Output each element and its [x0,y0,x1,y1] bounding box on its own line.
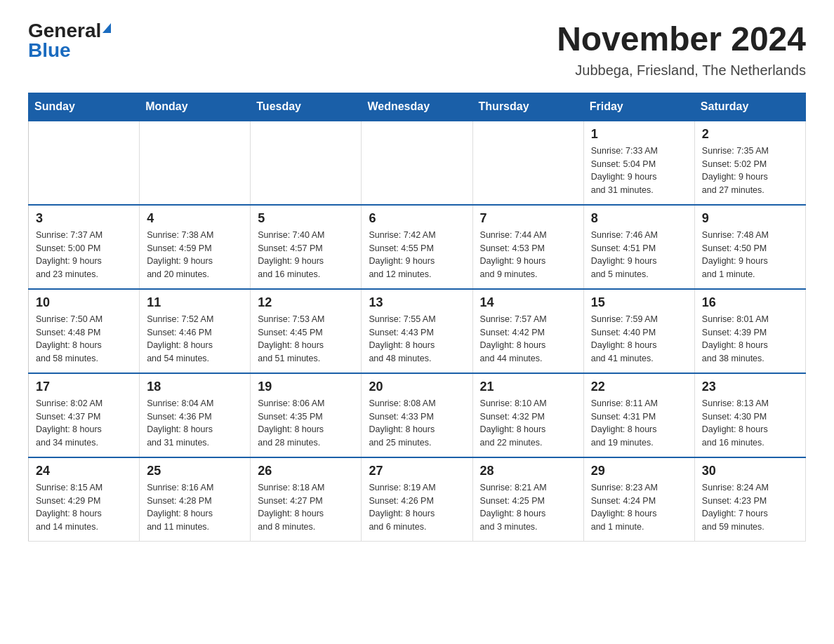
day-number: 11 [147,295,243,310]
day-number: 3 [36,211,132,226]
day-info: Sunrise: 7:50 AM Sunset: 4:48 PM Dayligh… [36,313,132,365]
calendar-cell: 23Sunrise: 8:13 AM Sunset: 4:30 PM Dayli… [694,373,805,457]
day-info: Sunrise: 7:40 AM Sunset: 4:57 PM Dayligh… [258,229,354,281]
page-title: November 2024 [557,21,806,58]
day-info: Sunrise: 7:37 AM Sunset: 5:00 PM Dayligh… [36,229,132,281]
weekday-header-monday: Monday [140,93,251,121]
day-info: Sunrise: 7:48 AM Sunset: 4:50 PM Dayligh… [702,229,798,281]
calendar-cell: 18Sunrise: 8:04 AM Sunset: 4:36 PM Dayli… [140,373,251,457]
day-info: Sunrise: 8:24 AM Sunset: 4:23 PM Dayligh… [702,481,798,534]
calendar-cell: 13Sunrise: 7:55 AM Sunset: 4:43 PM Dayli… [362,289,472,373]
day-number: 20 [369,380,465,394]
day-number: 15 [591,295,687,310]
calendar-cell [29,121,140,205]
logo-general-text: General [28,21,101,41]
calendar-week-1: 1Sunrise: 7:33 AM Sunset: 5:04 PM Daylig… [29,121,806,205]
calendar-cell: 17Sunrise: 8:02 AM Sunset: 4:37 PM Dayli… [29,373,140,457]
day-number: 12 [258,295,354,310]
weekday-header-saturday: Saturday [694,93,805,121]
calendar-week-3: 10Sunrise: 7:50 AM Sunset: 4:48 PM Dayli… [29,289,806,373]
calendar-week-5: 24Sunrise: 8:15 AM Sunset: 4:29 PM Dayli… [29,457,806,542]
calendar-week-4: 17Sunrise: 8:02 AM Sunset: 4:37 PM Dayli… [29,373,806,457]
calendar-cell: 11Sunrise: 7:52 AM Sunset: 4:46 PM Dayli… [140,289,251,373]
calendar-cell [472,121,583,205]
calendar-cell: 19Sunrise: 8:06 AM Sunset: 4:35 PM Dayli… [251,373,362,457]
day-number: 8 [591,211,687,226]
day-number: 14 [480,295,576,310]
day-number: 23 [702,380,798,394]
day-number: 26 [258,464,354,478]
calendar-table: SundayMondayTuesdayWednesdayThursdayFrid… [28,93,806,542]
day-info: Sunrise: 8:01 AM Sunset: 4:39 PM Dayligh… [702,313,798,365]
title-block: November 2024 Jubbega, Friesland, The Ne… [557,21,806,79]
day-info: Sunrise: 7:35 AM Sunset: 5:02 PM Dayligh… [702,145,798,197]
calendar-cell: 7Sunrise: 7:44 AM Sunset: 4:53 PM Daylig… [472,205,583,289]
day-number: 28 [480,464,576,478]
weekday-header-thursday: Thursday [472,93,583,121]
calendar-cell [362,121,472,205]
day-number: 4 [147,211,243,226]
calendar-cell: 25Sunrise: 8:16 AM Sunset: 4:28 PM Dayli… [140,457,251,542]
day-number: 13 [369,295,465,310]
day-number: 6 [369,211,465,226]
day-info: Sunrise: 8:13 AM Sunset: 4:30 PM Dayligh… [702,397,798,450]
weekday-header-sunday: Sunday [29,93,140,121]
day-info: Sunrise: 8:19 AM Sunset: 4:26 PM Dayligh… [369,481,465,534]
day-info: Sunrise: 7:53 AM Sunset: 4:45 PM Dayligh… [258,313,354,365]
calendar-cell: 29Sunrise: 8:23 AM Sunset: 4:24 PM Dayli… [583,457,694,542]
calendar-cell: 9Sunrise: 7:48 AM Sunset: 4:50 PM Daylig… [694,205,805,289]
calendar-cell: 30Sunrise: 8:24 AM Sunset: 4:23 PM Dayli… [694,457,805,542]
weekday-header-tuesday: Tuesday [251,93,362,121]
day-info: Sunrise: 8:02 AM Sunset: 4:37 PM Dayligh… [36,397,132,450]
calendar-cell: 10Sunrise: 7:50 AM Sunset: 4:48 PM Dayli… [29,289,140,373]
day-number: 25 [147,464,243,478]
calendar-cell: 1Sunrise: 7:33 AM Sunset: 5:04 PM Daylig… [583,121,694,205]
weekday-header-row: SundayMondayTuesdayWednesdayThursdayFrid… [29,93,806,121]
day-info: Sunrise: 8:21 AM Sunset: 4:25 PM Dayligh… [480,481,576,534]
day-info: Sunrise: 7:33 AM Sunset: 5:04 PM Dayligh… [591,145,687,197]
day-number: 5 [258,211,354,226]
day-info: Sunrise: 7:42 AM Sunset: 4:55 PM Dayligh… [369,229,465,281]
day-number: 19 [258,380,354,394]
calendar-week-2: 3Sunrise: 7:37 AM Sunset: 5:00 PM Daylig… [29,205,806,289]
logo-blue-text: Blue [28,41,71,60]
day-info: Sunrise: 7:46 AM Sunset: 4:51 PM Dayligh… [591,229,687,281]
day-info: Sunrise: 7:57 AM Sunset: 4:42 PM Dayligh… [480,313,576,365]
day-number: 1 [591,127,687,142]
day-number: 10 [36,295,132,310]
calendar-cell: 15Sunrise: 7:59 AM Sunset: 4:40 PM Dayli… [583,289,694,373]
calendar-cell: 27Sunrise: 8:19 AM Sunset: 4:26 PM Dayli… [362,457,472,542]
calendar-cell: 24Sunrise: 8:15 AM Sunset: 4:29 PM Dayli… [29,457,140,542]
day-number: 24 [36,464,132,478]
day-info: Sunrise: 7:52 AM Sunset: 4:46 PM Dayligh… [147,313,243,365]
page-header: General Blue November 2024 Jubbega, Frie… [28,21,806,79]
day-number: 30 [702,464,798,478]
day-number: 16 [702,295,798,310]
day-info: Sunrise: 8:06 AM Sunset: 4:35 PM Dayligh… [258,397,354,450]
day-info: Sunrise: 7:55 AM Sunset: 4:43 PM Dayligh… [369,313,465,365]
day-info: Sunrise: 7:59 AM Sunset: 4:40 PM Dayligh… [591,313,687,365]
calendar-cell: 28Sunrise: 8:21 AM Sunset: 4:25 PM Dayli… [472,457,583,542]
day-number: 27 [369,464,465,478]
weekday-header-wednesday: Wednesday [362,93,472,121]
calendar-cell: 20Sunrise: 8:08 AM Sunset: 4:33 PM Dayli… [362,373,472,457]
day-info: Sunrise: 8:04 AM Sunset: 4:36 PM Dayligh… [147,397,243,450]
day-number: 9 [702,211,798,226]
calendar-cell: 8Sunrise: 7:46 AM Sunset: 4:51 PM Daylig… [583,205,694,289]
calendar-cell [140,121,251,205]
day-info: Sunrise: 7:38 AM Sunset: 4:59 PM Dayligh… [147,229,243,281]
day-number: 29 [591,464,687,478]
calendar-cell: 16Sunrise: 8:01 AM Sunset: 4:39 PM Dayli… [694,289,805,373]
calendar-cell: 21Sunrise: 8:10 AM Sunset: 4:32 PM Dayli… [472,373,583,457]
weekday-header-friday: Friday [583,93,694,121]
calendar-cell: 2Sunrise: 7:35 AM Sunset: 5:02 PM Daylig… [694,121,805,205]
day-info: Sunrise: 8:16 AM Sunset: 4:28 PM Dayligh… [147,481,243,534]
day-info: Sunrise: 8:08 AM Sunset: 4:33 PM Dayligh… [369,397,465,450]
day-number: 2 [702,127,798,142]
calendar-cell: 22Sunrise: 8:11 AM Sunset: 4:31 PM Dayli… [583,373,694,457]
calendar-cell: 12Sunrise: 7:53 AM Sunset: 4:45 PM Dayli… [251,289,362,373]
day-number: 18 [147,380,243,394]
day-info: Sunrise: 8:23 AM Sunset: 4:24 PM Dayligh… [591,481,687,534]
logo: General Blue [28,21,111,60]
calendar-cell: 14Sunrise: 7:57 AM Sunset: 4:42 PM Dayli… [472,289,583,373]
